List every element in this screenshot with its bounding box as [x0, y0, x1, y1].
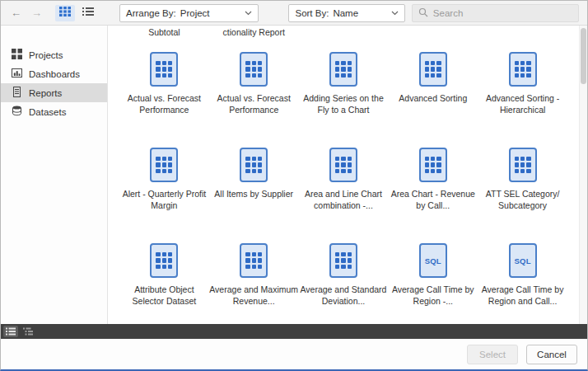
- report-item[interactable]: Attribute Object Selector Dataset: [119, 243, 209, 322]
- dialog-body: Projects Dashboards Reports Datasets: [1, 26, 587, 324]
- status-bar: [1, 324, 587, 339]
- search-icon: [418, 6, 428, 21]
- sidebar-item-projects[interactable]: Projects: [1, 45, 107, 64]
- report-item[interactable]: Average and Maximum Revenue...: [209, 243, 299, 322]
- report-item[interactable]: SQL Average Call Time by Region and Call…: [478, 243, 567, 322]
- report-document-icon: [419, 52, 447, 87]
- toolbar: ← →: [1, 1, 587, 26]
- report-item[interactable]: All Items by Supplier: [209, 148, 299, 227]
- list-mode-button[interactable]: [3, 326, 18, 337]
- report-document-icon: [509, 52, 537, 87]
- sidebar-item-label: Dashboards: [29, 69, 80, 79]
- report-document-icon: [419, 148, 447, 182]
- search-box[interactable]: [412, 4, 579, 22]
- report-document-icon: [509, 148, 537, 182]
- chevron-down-icon: [391, 11, 399, 16]
- arrange-by-dropdown[interactable]: Arrange By: Project: [119, 4, 259, 22]
- list-mode-icon: [6, 326, 16, 338]
- sidebar-item-label: Reports: [29, 88, 62, 98]
- report-item[interactable]: Actual vs. Forecast Performance: [119, 52, 209, 131]
- object-browser-dialog: ← →: [0, 0, 588, 371]
- sidebar-item-reports[interactable]: Reports: [1, 83, 107, 102]
- report-item-label: Area Chart - Revenue by Call...: [389, 189, 478, 211]
- report-item-label[interactable]: Subtotal: [119, 27, 209, 39]
- report-item[interactable]: Average and Standard Deviation...: [299, 243, 389, 322]
- select-button[interactable]: Select: [467, 345, 518, 364]
- dialog-footer: Select Cancel: [1, 339, 587, 369]
- report-document-icon: [329, 52, 357, 87]
- report-item[interactable]: Advanced Sorting: [388, 52, 478, 131]
- report-item[interactable]: Adding Series on the Fly to a Chart: [299, 52, 389, 131]
- arrange-by-label: Arrange By:: [126, 8, 176, 18]
- report-document-icon: [240, 243, 268, 278]
- back-button[interactable]: ←: [9, 7, 23, 18]
- forward-button[interactable]: →: [30, 7, 44, 18]
- report-item-label: Alert - Quarterly Profit Margin: [119, 189, 208, 211]
- report-item[interactable]: Area Chart - Revenue by Call...: [388, 148, 478, 227]
- report-item-label: Average Call Time by Region -...: [389, 284, 478, 307]
- items-panel: Subtotal ctionality Report Actual vs. Fo…: [108, 26, 587, 324]
- tree-mode-button[interactable]: [21, 326, 35, 337]
- report-item-label: All Items by Supplier: [214, 189, 293, 200]
- report-item-label: Advanced Sorting: [399, 93, 467, 105]
- vertical-scrollbar[interactable]: [579, 26, 587, 324]
- report-item-label[interactable]: ctionality Report: [209, 27, 299, 39]
- report-item-label: Average and Standard Deviation...: [299, 284, 388, 307]
- sort-by-value: Name: [333, 8, 358, 18]
- report-document-icon: [329, 243, 357, 278]
- report-item-label: Average and Maximum Revenue...: [209, 284, 298, 307]
- dashboards-chart-icon: [12, 68, 22, 80]
- sidebar-item-label: Datasets: [29, 107, 66, 117]
- scrollbar-thumb[interactable]: [581, 28, 586, 84]
- sql-badge: SQL: [515, 256, 531, 265]
- report-item-label: Adding Series on the Fly to a Chart: [299, 93, 388, 115]
- report-item-label: Attribute Object Selector Dataset: [119, 284, 208, 307]
- items-grid: Subtotal ctionality Report Actual vs. Fo…: [108, 27, 587, 322]
- tree-mode-icon: [23, 326, 33, 338]
- report-item[interactable]: Alert - Quarterly Profit Margin: [119, 148, 209, 227]
- reports-document-icon: [12, 87, 22, 99]
- sidebar-item-label: Projects: [29, 50, 63, 60]
- datasets-database-icon: [12, 106, 22, 118]
- report-document-icon: [240, 148, 268, 182]
- report-document-icon: [150, 148, 178, 182]
- partial-row: Subtotal ctionality Report: [119, 27, 567, 39]
- projects-grid-icon: [12, 49, 22, 61]
- chevron-down-icon: [245, 11, 252, 16]
- report-item-label: ATT SEL Category/ Subcategory: [478, 189, 567, 211]
- report-document-icon: [150, 52, 178, 87]
- report-item[interactable]: Actual vs. Forecast Performance: [209, 52, 299, 131]
- grid-view-icon: [59, 7, 71, 19]
- sidebar: Projects Dashboards Reports Datasets: [1, 26, 108, 324]
- grid-row: Alert - Quarterly Profit Margin All Item…: [119, 148, 567, 227]
- sql-document-icon: SQL: [509, 243, 537, 278]
- report-document-icon: [329, 148, 357, 182]
- view-toggle: [55, 5, 98, 21]
- report-document-icon: [150, 243, 178, 278]
- report-document-icon: [240, 52, 268, 87]
- sidebar-item-datasets[interactable]: Datasets: [1, 102, 107, 121]
- report-item[interactable]: Advanced Sorting - Hierarchical: [478, 52, 567, 131]
- cancel-button[interactable]: Cancel: [526, 345, 577, 364]
- report-item[interactable]: SQL Average Call Time by Region -...: [388, 243, 478, 322]
- report-item-label: Actual vs. Forecast Performance: [119, 93, 208, 115]
- report-item-label: Advanced Sorting - Hierarchical: [478, 93, 567, 115]
- list-view-button[interactable]: [78, 5, 98, 21]
- sort-by-label: Sort By:: [295, 8, 329, 18]
- report-item-label: Actual vs. Forecast Performance: [209, 93, 298, 115]
- report-item-label: Average Call Time by Region and Call...: [478, 284, 567, 307]
- sql-badge: SQL: [425, 256, 441, 265]
- grid-row: Attribute Object Selector Dataset Averag…: [119, 243, 567, 322]
- grid-view-button[interactable]: [55, 5, 75, 21]
- arrange-by-value: Project: [180, 8, 210, 18]
- report-item[interactable]: ATT SEL Category/ Subcategory: [478, 148, 567, 227]
- sort-by-dropdown[interactable]: Sort By: Name: [288, 4, 404, 22]
- sidebar-item-dashboards[interactable]: Dashboards: [1, 64, 107, 83]
- report-item-label: Area and Line Chart combination -...: [299, 189, 388, 211]
- list-view-icon: [82, 7, 94, 19]
- search-input[interactable]: [433, 8, 572, 18]
- grid-row: Actual vs. Forecast Performance Actual v…: [119, 52, 567, 131]
- sql-document-icon: SQL: [419, 243, 447, 278]
- report-item[interactable]: Area and Line Chart combination -...: [299, 148, 389, 227]
